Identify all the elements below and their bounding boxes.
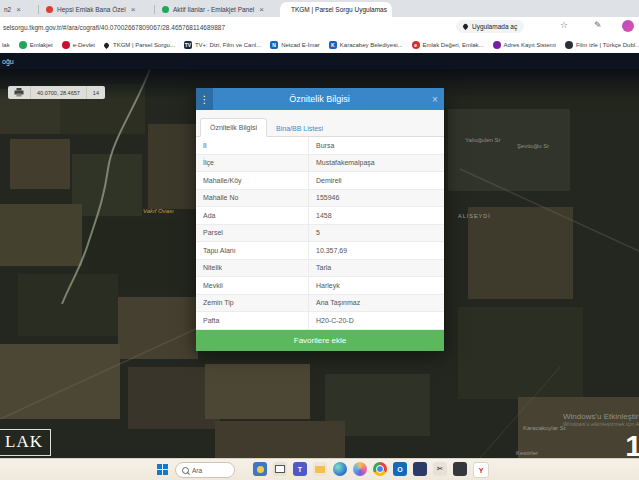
row-label: Mahalle/Köy bbox=[196, 177, 308, 184]
bookmark-label: Emlakjet bbox=[30, 42, 53, 48]
browser-tab-tkgm-active[interactable]: TKGM | Parsel Sorgu Uygulamas × bbox=[280, 2, 392, 17]
edge-icon[interactable] bbox=[333, 462, 347, 476]
open-in-app-label: Uygulamada aç bbox=[472, 23, 517, 30]
row-value: Harleyk bbox=[308, 277, 444, 294]
bookmark-item-filmizle[interactable]: Film izle | Türkçe Dubl... bbox=[565, 41, 639, 49]
calculator-icon[interactable] bbox=[413, 462, 427, 476]
yandex-icon[interactable]: Y bbox=[473, 462, 489, 478]
map-coordinates: 40.0700, 28.4657 bbox=[31, 86, 87, 99]
bookmark-star-icon[interactable]: ☆ bbox=[560, 20, 568, 30]
bookmark-label: Emlak Değeri, Emlak... bbox=[423, 42, 484, 48]
add-to-favorites-button[interactable]: Favorilere ekle bbox=[196, 330, 444, 351]
row-value: H20-C-20-D bbox=[308, 312, 444, 329]
adreskayit-favicon bbox=[493, 41, 501, 49]
copilot-icon[interactable] bbox=[353, 462, 367, 476]
browser-tab-partial[interactable]: n2 × bbox=[0, 2, 36, 17]
row-value: Mustafakemalpaşa bbox=[308, 155, 444, 172]
bookmark-item-emlakjet[interactable]: Emlakjet bbox=[19, 41, 53, 49]
search-icon bbox=[182, 467, 189, 474]
teams-icon[interactable]: T bbox=[293, 462, 307, 476]
modal-close-icon[interactable]: × bbox=[426, 94, 444, 105]
row-value: Tarla bbox=[308, 260, 444, 277]
tab-bina-bb-listesi[interactable]: Bina/BB Listesi bbox=[267, 120, 332, 137]
table-row-parsel: Parsel 5 bbox=[196, 225, 444, 243]
windows-logo-icon bbox=[157, 470, 162, 475]
bookmark-label: TV+: Dizi, Film ve Canl... bbox=[195, 42, 261, 48]
bookmark-item-adreskayit[interactable]: Adres Kayıt Sistemi bbox=[493, 41, 556, 49]
row-value: 10.357,69 bbox=[308, 242, 444, 259]
watermark-line1: Windows'u Etkinleştir bbox=[563, 412, 639, 421]
map-label-kestirler: Kestirler bbox=[516, 450, 538, 456]
bookmark-item-emlakdegeri[interactable]: e Emlak Değeri, Emlak... bbox=[412, 41, 484, 49]
karacabey-favicon: K bbox=[329, 41, 337, 49]
file-explorer-icon[interactable] bbox=[313, 462, 327, 476]
location-pin-icon bbox=[285, 8, 289, 12]
modal-header: ⋮ Öznitelik Bilgisi × bbox=[196, 88, 444, 110]
bookmark-item-netcad[interactable]: N Netcad E-İmar bbox=[270, 41, 320, 49]
tab-label: Hepsi Emlak Bana Özel bbox=[57, 6, 126, 13]
bookmark-item-tkgm[interactable]: TKGM | Parsel Sorgu... bbox=[104, 42, 175, 48]
tab-close-icon[interactable]: × bbox=[259, 5, 264, 14]
watermark-line2: Windows'u etkinleştirmek için Ayarlar'a … bbox=[563, 421, 639, 427]
bookmark-item-karacabey[interactable]: K Karacabey Belediyesi... bbox=[329, 41, 403, 49]
netcad-favicon: N bbox=[270, 41, 278, 49]
bookmark-item-tvplus[interactable]: TV TV+: Dizi, Film ve Canl... bbox=[184, 41, 261, 49]
row-value: Bursa bbox=[308, 137, 444, 154]
map-label-sevtioglu: Şevtioğlu Sr bbox=[517, 143, 549, 149]
row-label: Zemin Tip bbox=[196, 299, 308, 306]
browser-tab-emlakjet[interactable]: Aktif İlanlar - Emlakjet Panel × bbox=[156, 2, 278, 17]
tab-oznitelik-bilgisi[interactable]: Öznitelik Bilgisi bbox=[200, 118, 267, 137]
tab-close-icon[interactable]: × bbox=[131, 5, 136, 14]
browser-tab-hepsiemlak[interactable]: Hepsi Emlak Bana Özel × bbox=[40, 2, 152, 17]
map-zoom-level[interactable]: 14 bbox=[87, 86, 105, 99]
table-row-pafta: Pafta H20-C-20-D bbox=[196, 312, 444, 330]
open-in-app-chip[interactable]: Uygulamada aç bbox=[456, 20, 524, 33]
table-row-il: İl Bursa bbox=[196, 137, 444, 155]
task-view-icon[interactable] bbox=[273, 462, 287, 476]
start-button[interactable] bbox=[157, 464, 169, 476]
row-value: Ana Taşınmaz bbox=[308, 295, 444, 312]
widgets-icon[interactable] bbox=[253, 462, 267, 476]
bookmark-item-edevlet[interactable]: e-Devlet bbox=[62, 41, 95, 49]
map-label-aliseydi: ALİSEYDİ bbox=[458, 213, 491, 219]
table-row-ada: Ada 1458 bbox=[196, 207, 444, 225]
bookmark-label: Film izle | Türkçe Dubl... bbox=[576, 42, 639, 48]
row-label: Parsel bbox=[196, 229, 308, 236]
chrome-icon[interactable] bbox=[373, 462, 387, 476]
edevlet-favicon bbox=[62, 41, 70, 49]
modal-tab-bar: Öznitelik Bilgisi Bina/BB Listesi bbox=[196, 110, 444, 137]
url-text[interactable]: selsorgu.tkgm.gov.tr/#/ara/cografi/40.07… bbox=[3, 24, 225, 31]
row-label: Mahalle No bbox=[196, 194, 308, 201]
edit-pencil-icon[interactable]: ✎ bbox=[594, 20, 602, 30]
windows-activation-watermark: Windows'u Etkinleştir Windows'u etkinleş… bbox=[563, 412, 639, 427]
tab-close-icon[interactable]: × bbox=[16, 5, 21, 14]
profile-avatar[interactable] bbox=[622, 20, 634, 32]
bookmark-item-partial[interactable]: lak bbox=[2, 42, 10, 48]
row-value: 1458 bbox=[308, 207, 444, 224]
row-value: Demireli bbox=[308, 172, 444, 189]
table-row-nitelik: Nitelik Tarla bbox=[196, 260, 444, 278]
store-icon[interactable] bbox=[453, 462, 467, 476]
table-row-mahalle-koy: Mahalle/Köy Demireli bbox=[196, 172, 444, 190]
row-label: Tapu Alanı bbox=[196, 247, 308, 254]
emlakdegeri-favicon: e bbox=[412, 41, 420, 49]
kebab-menu-icon[interactable]: ⋮ bbox=[196, 88, 213, 110]
row-label: Pafta bbox=[196, 317, 308, 324]
bookmark-label: e-Devlet bbox=[73, 42, 95, 48]
tvplus-favicon: TV bbox=[184, 41, 192, 49]
snipping-tool-icon[interactable]: ✂ bbox=[433, 462, 447, 476]
modal-title: Öznitelik Bilgisi bbox=[213, 94, 426, 104]
table-row-mevkii: Mevkii Harleyk bbox=[196, 277, 444, 295]
taskbar-search-box[interactable]: Ara bbox=[175, 462, 235, 478]
print-button[interactable] bbox=[8, 86, 31, 99]
tab-separator bbox=[38, 5, 39, 14]
outlook-icon[interactable]: O bbox=[393, 462, 407, 476]
app-header-strip: oğu bbox=[0, 53, 639, 69]
browser-tab-strip: n2 × Hepsi Emlak Bana Özel × Aktif İlanl… bbox=[0, 0, 639, 17]
emlakjet-favicon bbox=[162, 6, 169, 13]
row-value: 5 bbox=[308, 225, 444, 242]
row-value: 155946 bbox=[308, 190, 444, 207]
windows-taskbar: Ara T O ✂ Y bbox=[0, 458, 639, 480]
address-bar[interactable]: selsorgu.tkgm.gov.tr/#/ara/cografi/40.07… bbox=[0, 17, 639, 37]
bookmark-label: Netcad E-İmar bbox=[281, 42, 320, 48]
